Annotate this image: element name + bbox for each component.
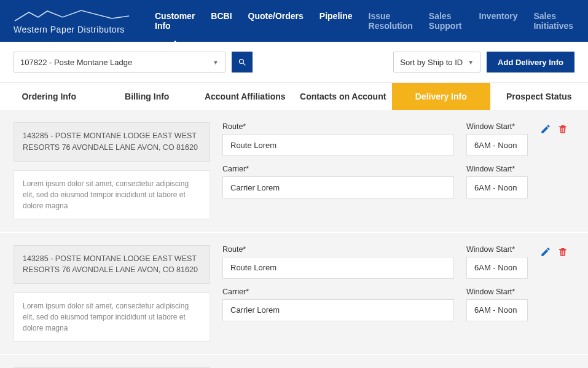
brand-name: Western Paper Distributors — [14, 25, 130, 34]
carrier-label: Carrier* — [222, 288, 454, 296]
window-start-label: Window Start* — [466, 245, 528, 254]
carrier-label: Carrier* — [222, 165, 454, 173]
sort-select-value: Sort by Ship to ID — [400, 58, 463, 67]
window-start-label: Window Start* — [466, 165, 528, 173]
toolbar: 107822 - Poste Montane Ladge ▼ Sort by S… — [0, 42, 588, 83]
chevron-down-icon: ▼ — [213, 59, 219, 66]
tab-account-affiliations[interactable]: Account Affiliations — [196, 83, 294, 110]
delivery-row: 143285 - POSTE MONTANE LODGE EAST WEST R… — [0, 233, 588, 356]
nav-inventory[interactable]: Inventory — [477, 0, 519, 45]
window-start-input[interactable]: 6AM - Noon — [466, 134, 528, 156]
route-input[interactable]: Route Lorem — [222, 257, 454, 279]
route-label: Route* — [222, 122, 454, 131]
delete-icon[interactable] — [557, 123, 568, 219]
search-icon — [238, 58, 247, 67]
description-box: Lorem ipsum dolor sit amet, consectetur … — [14, 292, 210, 342]
subtabs: Ordering InfoBilling InfoAccount Affilia… — [0, 83, 588, 110]
tab-ordering-info[interactable]: Ordering Info — [0, 83, 98, 110]
nav-sales-initiatives[interactable]: Sales Initiatives — [532, 0, 574, 45]
brand-logo: Western Paper Distributors — [14, 7, 130, 34]
window-start-label: Window Start* — [466, 288, 528, 296]
edit-icon[interactable] — [540, 123, 551, 219]
tab-delivery-info[interactable]: Delivery Info — [392, 83, 490, 110]
tab-prospect-status[interactable]: Prospect Status — [490, 83, 589, 110]
customer-select[interactable]: 107822 - Poste Montane Ladge ▼ — [14, 52, 225, 72]
address-box: 143285 - POSTE MONTANE LODGE EAST WEST R… — [14, 245, 210, 284]
route-label: Route* — [222, 245, 454, 254]
window-start-label: Window Start* — [466, 122, 528, 131]
tab-billing-info[interactable]: Billing Info — [98, 83, 197, 110]
delete-icon[interactable] — [557, 246, 568, 342]
top-navbar: Western Paper Distributors Customer Info… — [0, 0, 588, 42]
add-delivery-button[interactable]: Add Delivery Info — [487, 52, 574, 72]
tab-contacts-on-account[interactable]: Contacts on Account — [294, 83, 393, 110]
search-button[interactable] — [232, 52, 253, 72]
window-start-input[interactable]: 6AM - Noon — [466, 299, 528, 321]
address-box: 143285 - POSTE MONTANE LODGE EAST WEST R… — [14, 122, 210, 162]
delivery-row: 143285 - POSTE MONTANE LODGE EAST WEST R… — [0, 110, 588, 233]
carrier-input[interactable]: Carrier Lorem — [222, 176, 454, 198]
sort-select[interactable]: Sort by Ship to ID ▼ — [393, 52, 480, 72]
nav-pipeline[interactable]: Pipeline — [318, 0, 354, 45]
description-box: Lorem ipsum dolor sit amet, consectetur … — [14, 170, 210, 219]
window-start-input[interactable]: 6AM - Noon — [466, 176, 528, 198]
customer-select-value: 107822 - Poste Montane Ladge — [20, 58, 132, 67]
window-start-input[interactable]: 6AM - Noon — [466, 257, 528, 279]
route-input[interactable]: Route Lorem — [222, 134, 454, 156]
nav-bcbi[interactable]: BCBI — [210, 0, 233, 45]
nav-issue-resolution[interactable]: Issue Resolution — [367, 0, 414, 45]
nav-quote-orders[interactable]: Quote/Orders — [247, 0, 305, 45]
nav-sales-support[interactable]: Sales Support — [428, 0, 465, 45]
chevron-down-icon: ▼ — [468, 59, 474, 66]
carrier-input[interactable]: Carrier Lorem — [222, 299, 454, 321]
edit-icon[interactable] — [540, 246, 551, 342]
delivery-row: 143285 - POSTE MONTANE LODGE EAST WEST R… — [0, 355, 588, 368]
nav-items: Customer InfoBCBIQuote/OrdersPipelineIss… — [154, 0, 574, 45]
nav-customer-info[interactable]: Customer Info — [154, 0, 196, 45]
delivery-rows: 143285 - POSTE MONTANE LODGE EAST WEST R… — [0, 110, 588, 368]
